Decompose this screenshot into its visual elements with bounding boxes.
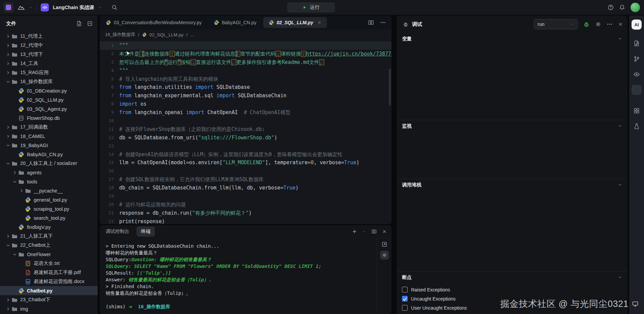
tree-item-folder[interactable]: 16_操作数据库 <box>0 77 98 86</box>
editor-tab[interactable]: BabyAGI_CN.py <box>208 17 262 28</box>
more-actions-icon[interactable] <box>380 20 386 26</box>
section-breakpoints-header[interactable]: 断点 <box>397 272 628 283</box>
tree-item-folder[interactable]: 11_代理上 <box>0 32 98 41</box>
tree-item-folder[interactable]: 20_人脉工具上 / socializer <box>0 159 98 168</box>
help-icon[interactable] <box>608 4 614 10</box>
tree-item-file[interactable]: search_tool.py <box>0 213 98 222</box>
avatar[interactable] <box>631 3 640 12</box>
tree-item-folder[interactable]: img <box>0 304 98 313</box>
chevron-down-icon[interactable] <box>363 230 366 233</box>
chevron-down-icon[interactable] <box>618 37 622 41</box>
terminal-output[interactable]: > Entering new SQLDatabaseChain chain...… <box>100 238 392 314</box>
section-callstack-header[interactable]: 调用堆栈 <box>397 179 628 190</box>
chevron-down-icon[interactable] <box>618 183 622 187</box>
tree-item-folder[interactable]: 15_RAG应用 <box>0 68 98 77</box>
app-logo[interactable] <box>3 2 13 12</box>
split-editor-icon[interactable] <box>368 20 374 26</box>
tree-item-folder[interactable]: 17_回调函数 <box>0 123 98 132</box>
gear-icon[interactable] <box>595 21 601 27</box>
tree-item-file[interactable]: 03_SQL_Agent.py <box>0 104 98 113</box>
breadcrumb-file[interactable]: 02_SQL_LLM.py <box>149 32 183 37</box>
workspace-name[interactable]: LangChain 实战课 <box>53 4 94 11</box>
editor-tab[interactable]: 03_ConversationBufferWindowMemory.py <box>100 17 207 28</box>
chevron-down-icon[interactable] <box>618 275 622 279</box>
chevron-right-icon[interactable] <box>5 34 11 39</box>
project-icon[interactable]: </> <box>41 3 49 11</box>
workspace-switcher-icon[interactable] <box>18 4 25 11</box>
checkbox[interactable] <box>402 305 408 311</box>
chevron-down-icon[interactable] <box>5 143 11 148</box>
start-debug-icon[interactable] <box>583 21 590 28</box>
tree-item-folder[interactable]: 18_CAMEL <box>0 132 98 141</box>
close-icon[interactable] <box>317 21 321 25</box>
ai-badge[interactable]: AI <box>632 20 642 30</box>
checkbox[interactable] <box>402 296 408 302</box>
collapse-all-icon[interactable] <box>87 21 93 27</box>
open-in-editor-icon[interactable] <box>381 241 387 247</box>
chevron-down-icon[interactable] <box>618 124 622 128</box>
tree-item-file[interactable]: 易速鲜花员工手册.pdf <box>0 268 98 277</box>
section-variables-header[interactable]: 变量 <box>397 33 628 44</box>
notifications-icon[interactable] <box>619 4 625 10</box>
chevron-down-icon[interactable] <box>12 252 18 257</box>
debug-icon[interactable] <box>632 85 642 95</box>
chevron-right-icon[interactable] <box>5 306 11 312</box>
tree-item-folder[interactable]: OneFlower <box>0 250 98 259</box>
run-button[interactable]: 运行 <box>287 2 335 12</box>
run-config-select[interactable]: run <box>534 19 578 29</box>
chevron-right-icon[interactable] <box>5 125 11 130</box>
chevron-right-icon[interactable] <box>5 234 11 239</box>
tree-item-folder[interactable]: 23_Chatbot下 <box>0 295 98 304</box>
checkbox[interactable] <box>402 287 408 292</box>
chevron-down-icon[interactable] <box>5 161 11 166</box>
chevron-right-icon[interactable] <box>5 52 11 57</box>
tree-item-folder[interactable]: 14_工具 <box>0 59 98 68</box>
tree-item-folder[interactable]: tools <box>0 177 98 186</box>
chevron-right-icon[interactable] <box>5 134 11 139</box>
search-icon[interactable] <box>111 4 117 10</box>
close-panel-icon[interactable] <box>382 229 387 234</box>
tree-item-folder[interactable]: 22_Chatbot上 <box>0 241 98 250</box>
eye-icon[interactable] <box>632 69 642 79</box>
chevron-down-icon[interactable] <box>5 79 11 84</box>
chevron-down-icon[interactable] <box>12 179 18 184</box>
flask-icon[interactable] <box>632 121 642 131</box>
new-file-icon[interactable] <box>76 21 82 27</box>
tab-terminal[interactable]: 终端 <box>137 226 155 237</box>
tree-item-folder[interactable]: agents <box>0 168 98 177</box>
editor-tab[interactable]: 02_SQL_LLM.py <box>263 17 327 28</box>
close-panel-icon[interactable] <box>618 22 623 27</box>
tab-debug-console[interactable]: 调试控制台 <box>106 229 129 235</box>
tree-item-file[interactable]: Chatbot.py <box>0 286 98 295</box>
section-watch-header[interactable]: 监视 <box>397 120 628 132</box>
breadcrumb-more[interactable]: ... <box>190 32 194 37</box>
terminal-settings-button[interactable] <box>380 251 389 259</box>
tree-item-folder[interactable]: 21_人脉工具下 <box>0 232 98 241</box>
code-area[interactable]: 1"""2本文件是【连接数据库：通过链和代理查询鲜花信息】章节的配套代码，课程链… <box>100 40 392 224</box>
more-actions-icon[interactable] <box>607 21 613 27</box>
breadcrumb-folder[interactable]: 16_操作数据库 <box>105 32 135 38</box>
tree-item-file[interactable]: scraping_tool.py <box>0 204 98 213</box>
tree-item-file[interactable]: 易速鲜花运营指南.docx <box>0 277 98 286</box>
tree-item-file[interactable]: FlowerShop.db <box>0 113 98 123</box>
chevron-right-icon[interactable] <box>5 70 11 75</box>
tree-item-folder[interactable]: __pycache__ <box>0 186 98 195</box>
tree-item-file[interactable]: general_tool.py <box>0 195 98 204</box>
tree-item-file[interactable]: 02_SQL_LLM.py <box>0 95 98 104</box>
breakpoint-row[interactable]: Raised Exceptions <box>397 285 628 294</box>
tree-item-file[interactable]: 01_DBCreation.py <box>0 86 98 95</box>
chevron-down-icon[interactable] <box>98 6 101 9</box>
chevron-right-icon[interactable] <box>5 297 11 303</box>
tree-item-folder[interactable]: 19_BabyAGI <box>0 141 98 150</box>
chevron-down-icon[interactable] <box>5 243 11 248</box>
git-branch-icon[interactable] <box>632 54 642 64</box>
tree-item-folder[interactable]: 12_代理中 <box>0 41 98 50</box>
grid-icon[interactable] <box>632 106 642 116</box>
tree-item-folder[interactable]: 13_代理下 <box>0 50 98 59</box>
new-terminal-icon[interactable] <box>352 229 357 234</box>
chevron-right-icon[interactable] <box>12 170 18 175</box>
split-panel-icon[interactable] <box>371 229 377 234</box>
breadcrumb[interactable]: 16_操作数据库 / 02_SQL_LLM.py / ... <box>100 30 392 40</box>
tree-item-file[interactable]: findbigV.py <box>0 222 98 232</box>
editor-scrollbar[interactable] <box>389 69 391 106</box>
